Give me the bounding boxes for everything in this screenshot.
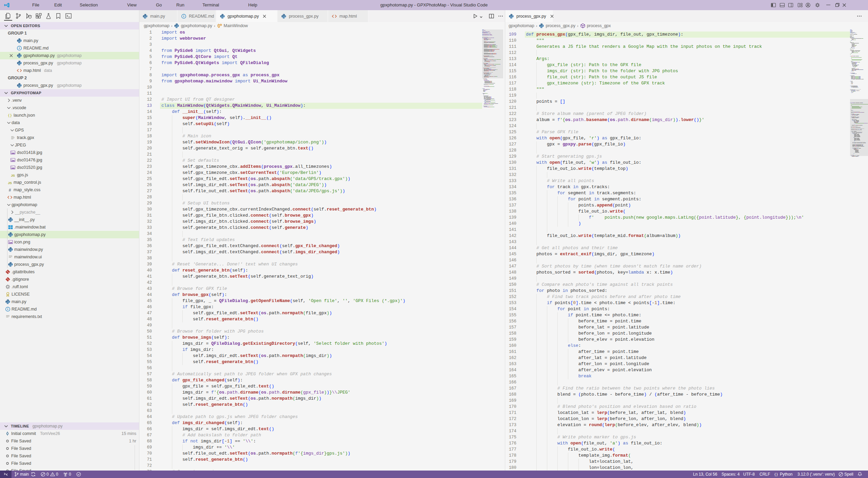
svg-text:{}: {}: [7, 113, 12, 118]
svg-text:{}: {}: [774, 473, 778, 476]
svg-text:JS: JS: [11, 174, 15, 177]
svg-text:JS: JS: [8, 181, 12, 185]
svg-text:#: #: [9, 188, 11, 193]
